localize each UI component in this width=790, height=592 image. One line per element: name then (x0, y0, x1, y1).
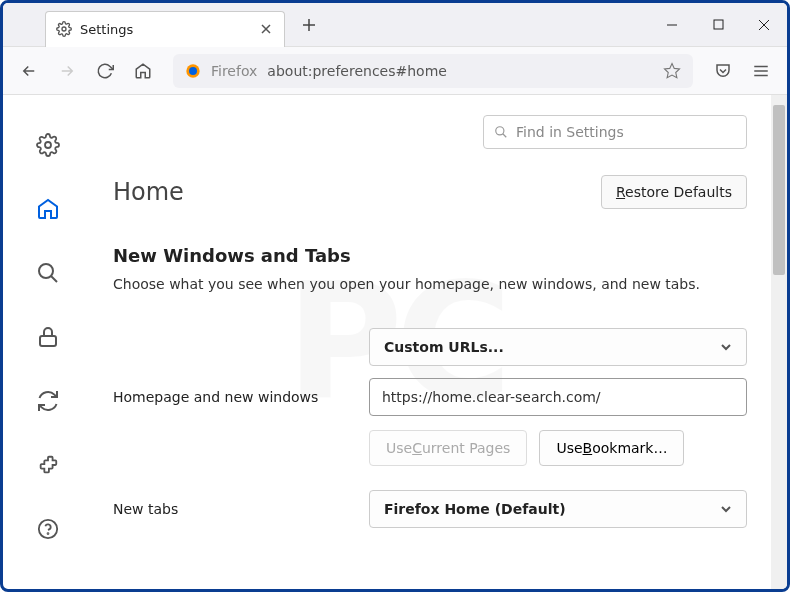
content-area: PC Find in Settings Home Restore Default… (3, 95, 787, 589)
urlbar-identity: Firefox (211, 63, 257, 79)
gear-icon (56, 21, 72, 37)
use-bookmark-button[interactable]: Use Bookmark… (539, 430, 684, 466)
section-description: Choose what you see when you open your h… (113, 276, 747, 292)
svg-point-9 (48, 533, 49, 534)
scrollbar-thumb[interactable] (773, 105, 785, 275)
close-window-button[interactable] (741, 5, 787, 45)
sidebar-item-sync[interactable] (30, 383, 66, 419)
section-heading: New Windows and Tabs (113, 245, 747, 266)
chevron-down-icon (720, 503, 732, 515)
main-panel: Find in Settings Home Restore Defaults N… (93, 95, 787, 589)
titlebar: Settings (3, 3, 787, 47)
urlbar-url: about:preferences#home (267, 63, 447, 79)
page-title: Home (113, 178, 184, 206)
sidebar-item-search[interactable] (30, 255, 66, 291)
search-placeholder: Find in Settings (516, 124, 624, 140)
sidebar-item-privacy[interactable] (30, 319, 66, 355)
homepage-url-input[interactable]: https://home.clear-search.com/ (369, 378, 747, 416)
window-controls (649, 5, 787, 45)
tab-title: Settings (80, 22, 250, 37)
firefox-logo-icon (185, 63, 201, 79)
settings-sidebar (3, 95, 93, 589)
svg-point-10 (496, 127, 504, 135)
maximize-button[interactable] (695, 5, 741, 45)
forward-button[interactable] (51, 55, 83, 87)
svg-point-5 (45, 142, 51, 148)
close-tab-icon[interactable] (258, 21, 274, 37)
navbar: Firefox about:preferences#home (3, 47, 787, 95)
pocket-button[interactable] (707, 55, 739, 87)
svg-point-6 (39, 264, 53, 278)
homepage-label: Homepage and new windows (113, 389, 349, 405)
search-icon (494, 125, 508, 139)
new-tab-button[interactable] (295, 11, 323, 39)
newtabs-label: New tabs (113, 501, 349, 517)
sidebar-item-extensions[interactable] (30, 447, 66, 483)
chevron-down-icon (720, 341, 732, 353)
url-bar[interactable]: Firefox about:preferences#home (173, 54, 693, 88)
restore-defaults-button[interactable]: Restore Defaults (601, 175, 747, 209)
vertical-scrollbar[interactable] (771, 95, 787, 589)
settings-search-input[interactable]: Find in Settings (483, 115, 747, 149)
sidebar-item-home[interactable] (30, 191, 66, 227)
minimize-button[interactable] (649, 5, 695, 45)
newtabs-dropdown[interactable]: Firefox Home (Default) (369, 490, 747, 528)
sidebar-item-help[interactable] (30, 511, 66, 547)
use-current-pages-button: Use Current Pages (369, 430, 527, 466)
svg-rect-7 (40, 336, 56, 346)
svg-point-0 (62, 27, 66, 31)
menu-button[interactable] (745, 55, 777, 87)
svg-marker-4 (665, 63, 680, 77)
bookmark-star-icon[interactable] (663, 62, 681, 80)
browser-tab[interactable]: Settings (45, 11, 285, 47)
back-button[interactable] (13, 55, 45, 87)
home-button[interactable] (127, 55, 159, 87)
svg-rect-1 (714, 20, 723, 29)
reload-button[interactable] (89, 55, 121, 87)
homepage-mode-dropdown[interactable]: Custom URLs... (369, 328, 747, 366)
svg-point-3 (189, 67, 197, 75)
sidebar-item-general[interactable] (30, 127, 66, 163)
